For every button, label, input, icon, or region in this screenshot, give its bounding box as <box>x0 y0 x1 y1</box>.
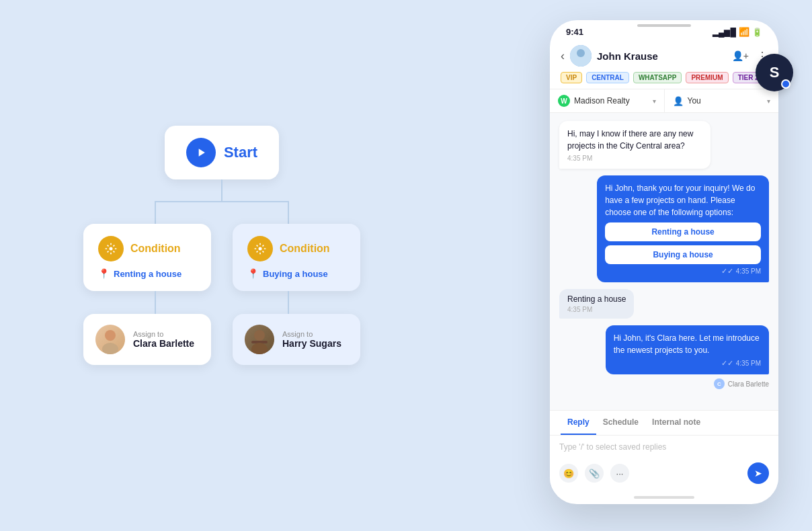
tab-schedule[interactable]: Schedule <box>596 411 645 435</box>
check-icon-1: ✓✓ <box>721 267 733 276</box>
status-bar: 9:41 ▂▄▆█ 📶 🔋 <box>550 20 778 40</box>
msg-text-incoming-1: Hi, may I know if there are any new proj… <box>567 128 702 152</box>
contact-avatar <box>570 45 592 67</box>
condition-card-left[interactable]: Condition 📍 Renting a house <box>83 224 211 291</box>
msg-agent-outgoing: Hi John, it's Clara here. Let me introdu… <box>606 325 769 374</box>
agent-name-label: Clara Barlette <box>728 380 769 388</box>
assign-name-left: Clara Barlette <box>133 338 194 349</box>
wifi-icon: 📶 <box>739 27 749 37</box>
reply-input[interactable]: Type '/' to select saved replies <box>550 436 778 458</box>
conditions-row: Condition 📍 Renting a house Condi <box>83 224 360 291</box>
msg-text-outgoing-1: Hi John, thank you for your inquiry! We … <box>605 182 761 218</box>
notch <box>637 24 691 27</box>
svg-point-2 <box>259 247 262 251</box>
assign-to-label-left: Assign to <box>133 330 194 338</box>
reply-actions: 😊 📎 ··· ➤ <box>550 458 778 491</box>
condition-title-left: Condition <box>130 243 181 255</box>
phone-shell: 9:41 ▂▄▆█ 📶 🔋 ‹ John Krause 👤+ <box>550 20 778 504</box>
option-buying[interactable]: Buying a house <box>605 245 761 264</box>
tag-central: CENTRAL <box>586 72 629 83</box>
pin-icon-right: 📍 <box>247 268 259 279</box>
condition-header-right: Condition <box>247 236 346 261</box>
avatar-harry <box>245 325 274 354</box>
inbox-select[interactable]: W Madison Realty ▾ <box>550 89 665 112</box>
reply-tabs: Reply Schedule Internal note <box>550 411 778 436</box>
msg-time-choice: 4:35 PM <box>567 306 626 313</box>
condition-label-left: 📍 Renting a house <box>98 268 196 279</box>
option-renting[interactable]: Renting a house <box>605 222 761 241</box>
svg-point-9 <box>577 49 585 57</box>
tab-reply[interactable]: Reply <box>561 411 596 435</box>
more-button[interactable]: ··· <box>610 464 629 483</box>
status-time: 9:41 <box>566 27 583 37</box>
assign-to-label-right: Assign to <box>282 330 341 338</box>
assign-name-right: Harry Sugars <box>282 338 341 349</box>
assign-card-left[interactable]: Assign to Clara Barlette <box>83 314 211 365</box>
agent-avatar-sm: C <box>714 378 725 389</box>
inbox-name: Madison Realty <box>574 96 630 106</box>
condition-label-right: 📍 Buying a house <box>247 268 346 279</box>
agent-name: You <box>688 96 701 106</box>
home-indicator <box>550 491 778 504</box>
h-connector-top <box>77 201 366 224</box>
msg-footer-agent: ✓✓ 4:35 PM <box>614 359 761 368</box>
attach-button[interactable]: 📎 <box>585 464 604 483</box>
messages-area[interactable]: Hi, may I know if there are any new proj… <box>550 113 778 410</box>
start-icon <box>186 138 216 167</box>
inbox-chevron: ▾ <box>653 97 656 105</box>
svg-point-4 <box>102 343 118 354</box>
condition-sublabel-left: Renting a house <box>114 269 181 279</box>
start-node[interactable]: Start <box>165 126 279 179</box>
signal-icon: ▂▄▆█ <box>713 28 736 37</box>
chat-header-top: ‹ John Krause 👤+ ⋮ <box>561 45 768 67</box>
condition-card-right[interactable]: Condition 📍 Buying a house <box>233 224 360 291</box>
agent-label: C Clara Barlette <box>559 378 769 389</box>
agent-chevron: ▾ <box>767 97 770 105</box>
msg-outgoing-1: Hi John, thank you for your inquiry! We … <box>597 175 769 282</box>
check-icon-agent: ✓✓ <box>721 359 733 368</box>
chat-header: ‹ John Krause 👤+ ⋮ VIP CENTRAL WHATSAPP … <box>550 40 778 89</box>
svg-point-5 <box>254 330 265 341</box>
emoji-button[interactable]: 😊 <box>559 464 578 483</box>
avatar-s-button[interactable]: S <box>756 54 793 91</box>
assign-card-right[interactable]: Assign to Harry Sugars <box>233 314 360 365</box>
tag-premium: PREMIUM <box>686 72 728 83</box>
msg-user-choice: Renting a house 4:35 PM <box>559 289 634 319</box>
inbox-row: W Madison Realty ▾ 👤 You ▾ <box>550 89 778 113</box>
condition-sublabel-right: Buying a house <box>263 269 328 279</box>
msg-text-choice: Renting a house <box>567 294 626 304</box>
assign-info-left: Assign to Clara Barlette <box>133 330 194 349</box>
pin-icon-left: 📍 <box>98 268 110 279</box>
msg-time-agent: 4:35 PM <box>736 360 761 367</box>
msg-footer-1: ✓✓ 4:35 PM <box>605 267 761 276</box>
v-connector-start <box>221 179 222 201</box>
avatar-s-badge <box>781 79 790 89</box>
flow-inner: Start Condition <box>77 126 366 365</box>
status-icons: ▂▄▆█ 📶 🔋 <box>713 27 762 37</box>
send-button[interactable]: ➤ <box>747 462 769 484</box>
condition-icon-right <box>247 236 273 261</box>
msg-time-outgoing-1: 4:35 PM <box>736 268 761 275</box>
svg-point-1 <box>110 247 113 251</box>
whatsapp-icon: W <box>558 95 570 107</box>
contact-name: John Krause <box>597 50 727 62</box>
avatar-clara <box>95 325 125 354</box>
tab-internal-note[interactable]: Internal note <box>645 411 707 435</box>
flow-diagram: Start Condition <box>0 0 444 531</box>
start-label: Start <box>224 144 257 161</box>
svg-point-7 <box>251 343 268 354</box>
msg-text-agent: Hi John, it's Clara here. Let me introdu… <box>614 332 761 356</box>
tag-vip: VIP <box>561 72 582 83</box>
tag-whatsapp: WHATSAPP <box>633 72 682 83</box>
tag-row: VIP CENTRAL WHATSAPP PREMIUM TIER 2 <box>561 72 768 83</box>
add-contact-icon[interactable]: 👤+ <box>732 50 749 61</box>
h-connector-bottom <box>77 291 366 314</box>
condition-title-right: Condition <box>280 243 330 255</box>
agent-select[interactable]: 👤 You ▾ <box>665 91 779 112</box>
avatar-s-label: S <box>770 64 780 81</box>
battery-icon: 🔋 <box>752 28 762 37</box>
assign-info-right: Assign to Harry Sugars <box>282 330 341 349</box>
back-button[interactable]: ‹ <box>561 49 565 63</box>
svg-point-3 <box>105 330 116 341</box>
condition-header-left: Condition <box>98 236 196 261</box>
